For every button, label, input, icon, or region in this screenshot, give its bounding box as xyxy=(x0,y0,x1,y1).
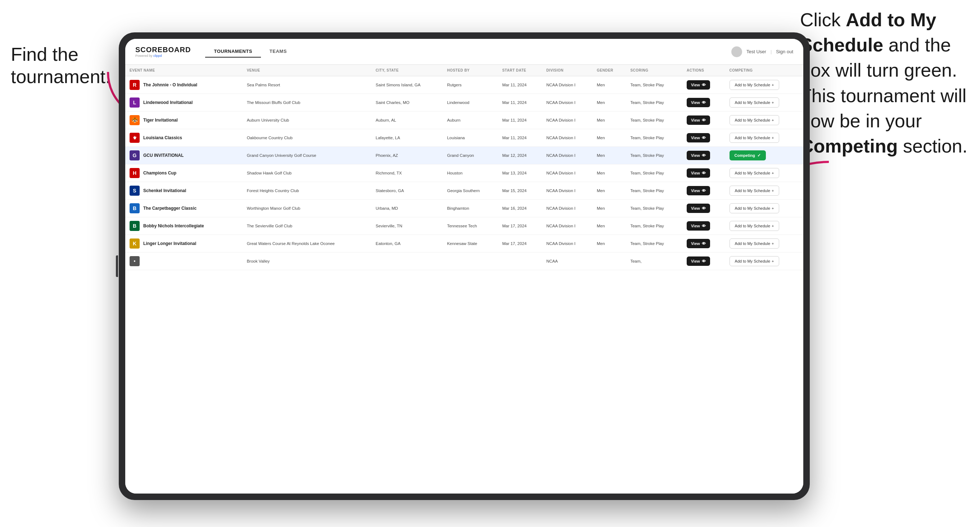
view-button[interactable]: View 👁 xyxy=(687,203,710,213)
view-button[interactable]: View 👁 xyxy=(687,133,710,143)
gender-cell-text: Men xyxy=(597,83,605,87)
team-logo: ⚜ xyxy=(130,133,140,143)
actions-cell: View 👁 xyxy=(682,200,725,217)
header-divider: | xyxy=(770,49,772,54)
competing-cell: Add to My Schedule + xyxy=(725,164,803,182)
gender-cell: Men xyxy=(592,217,626,235)
venue-cell: Oakbourne Country Club xyxy=(243,129,371,147)
division-cell: NCAA Division I xyxy=(542,76,592,94)
view-button[interactable]: View 👁 xyxy=(687,168,710,178)
plus-icon: + xyxy=(772,189,774,193)
competing-cell: Add to My Schedule + xyxy=(725,129,803,147)
city-state-cell-text: Eatonton, GA xyxy=(376,241,401,246)
actions-cell: View 👁 xyxy=(682,217,725,235)
col-city-state: CITY, STATE xyxy=(371,65,443,76)
event-name-text: Bobby Nichols Intercollegiate xyxy=(143,224,204,229)
view-button[interactable]: View 👁 xyxy=(687,151,710,160)
start-date-cell: Mar 11, 2024 xyxy=(498,94,542,111)
view-button[interactable]: View 👁 xyxy=(687,257,710,266)
start-date-cell-text: Mar 11, 2024 xyxy=(502,100,527,105)
app-logo: SCOREBOARD xyxy=(135,46,191,54)
add-to-schedule-button[interactable]: Add to My Schedule + xyxy=(730,256,780,266)
view-button[interactable]: View 👁 xyxy=(687,239,710,248)
start-date-cell-text: Mar 11, 2024 xyxy=(502,83,527,87)
team-logo: L xyxy=(130,97,140,108)
add-to-schedule-button[interactable]: Add to My Schedule + xyxy=(730,115,780,125)
event-name-cell: RThe Johnnie - O Individual xyxy=(125,76,243,94)
add-to-schedule-button[interactable]: Add to My Schedule + xyxy=(730,133,780,143)
col-actions: ACTIONS xyxy=(682,65,725,76)
division-cell: NCAA Division I xyxy=(542,182,592,200)
table-row: ⚜Louisiana ClassicsOakbourne Country Clu… xyxy=(125,129,803,147)
event-name-text: Tiger Invitational xyxy=(143,117,178,123)
scoring-cell-text: Team, Stroke Play xyxy=(630,206,663,210)
event-name-cell: ⚜Louisiana Classics xyxy=(125,129,243,147)
city-state-cell: Saint Charles, MO xyxy=(371,94,443,111)
view-button[interactable]: View 👁 xyxy=(687,116,710,125)
venue-cell: Sea Palms Resort xyxy=(243,76,371,94)
sign-out-link[interactable]: Sign out xyxy=(776,49,793,54)
col-event-name: EVENT NAME xyxy=(125,65,243,76)
scoring-cell: Team, Stroke Play xyxy=(626,129,682,147)
event-name-cell: LLindenwood Invitational xyxy=(125,94,243,111)
col-scoring: SCORING xyxy=(626,65,682,76)
add-to-schedule-button[interactable]: Add to My Schedule + xyxy=(730,203,780,213)
hosted-by-cell: Kennesaw State xyxy=(443,235,498,252)
event-name-text: GCU INVITATIONAL xyxy=(143,153,183,158)
venue-cell-text: The Sevierville Golf Club xyxy=(247,224,293,228)
view-label: View xyxy=(691,189,700,193)
view-button[interactable]: View 👁 xyxy=(687,221,710,230)
actions-cell: View 👁 xyxy=(682,129,725,147)
eye-icon: 👁 xyxy=(702,100,706,105)
team-logo: S xyxy=(130,186,140,196)
city-state-cell-text: Richmond, TX xyxy=(376,171,402,175)
view-button[interactable]: View 👁 xyxy=(687,80,710,90)
gender-cell-text: Men xyxy=(597,206,605,210)
hosted-by-cell-text: Auburn xyxy=(447,118,460,122)
add-to-schedule-button[interactable]: Add to My Schedule + xyxy=(730,186,780,196)
start-date-cell-text: Mar 17, 2024 xyxy=(502,241,527,246)
tab-teams[interactable]: TEAMS xyxy=(261,46,296,57)
city-state-cell: Richmond, TX xyxy=(371,164,443,182)
scoring-cell: Team, Stroke Play xyxy=(626,147,682,164)
add-to-schedule-button[interactable]: Add to My Schedule + xyxy=(730,97,780,108)
view-button[interactable]: View 👁 xyxy=(687,98,710,107)
plus-icon: + xyxy=(772,83,774,87)
tab-tournaments[interactable]: TOURNAMENTS xyxy=(205,46,261,57)
scoring-cell-text: Team, Stroke Play xyxy=(630,171,663,175)
add-to-schedule-button[interactable]: Add to My Schedule + xyxy=(730,80,780,90)
add-schedule-label: Add to My Schedule xyxy=(735,136,770,140)
col-start-date: START DATE xyxy=(498,65,542,76)
city-state-cell-text: Sevierville, TN xyxy=(376,224,402,228)
event-name-text: Schenkel Invitational xyxy=(143,188,186,193)
table-row: GGCU INVITATIONALGrand Canyon University… xyxy=(125,147,803,164)
division-cell-text: NCAA Division I xyxy=(546,100,576,105)
venue-cell-text: Grand Canyon University Golf Course xyxy=(247,153,317,157)
add-to-schedule-button[interactable]: Add to My Schedule + xyxy=(730,168,780,178)
competing-button[interactable]: Competing ✓ xyxy=(730,150,766,160)
competing-label: Competing xyxy=(735,153,755,157)
add-schedule-label: Add to My Schedule xyxy=(735,259,770,264)
competing-cell: Add to My Schedule + xyxy=(725,252,803,270)
competing-cell: Add to My Schedule + xyxy=(725,217,803,235)
city-state-cell xyxy=(371,252,443,270)
view-button[interactable]: View 👁 xyxy=(687,186,710,195)
venue-cell-text: Brook Valley xyxy=(247,259,270,264)
eye-icon: 👁 xyxy=(702,259,706,264)
hosted-by-cell: Louisiana xyxy=(443,129,498,147)
gender-cell-text: Men xyxy=(597,136,605,140)
hosted-by-cell-text: Rutgers xyxy=(447,83,461,87)
eye-icon: 👁 xyxy=(702,206,706,210)
actions-cell: View 👁 xyxy=(682,182,725,200)
eye-icon: 👁 xyxy=(702,241,706,246)
gender-cell-text: Men xyxy=(597,241,605,246)
eye-icon: 👁 xyxy=(702,153,706,157)
add-to-schedule-button[interactable]: Add to My Schedule + xyxy=(730,238,780,249)
add-to-schedule-button[interactable]: Add to My Schedule + xyxy=(730,221,780,231)
view-label: View xyxy=(691,100,700,105)
venue-cell-text: Auburn University Club xyxy=(247,118,290,122)
city-state-cell-text: Phoenix, AZ xyxy=(376,153,398,157)
plus-icon: + xyxy=(772,259,774,264)
col-venue: VENUE xyxy=(243,65,371,76)
actions-cell: View 👁 xyxy=(682,94,725,111)
